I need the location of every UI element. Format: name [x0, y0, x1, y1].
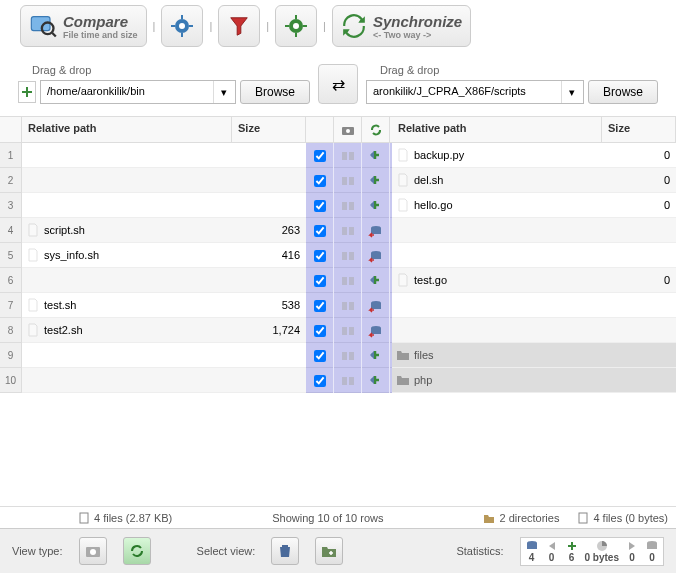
- row-action[interactable]: [362, 343, 390, 368]
- table-row[interactable]: files: [392, 343, 676, 368]
- row-category[interactable]: [334, 293, 362, 318]
- table-row[interactable]: [22, 343, 306, 368]
- view-type-label: View type:: [12, 545, 63, 557]
- right-pane: Relative path Size backup.py0del.sh0hell…: [392, 117, 676, 506]
- select-delete-button[interactable]: [271, 537, 299, 565]
- row-number[interactable]: 4: [0, 218, 22, 243]
- table-row[interactable]: [22, 268, 306, 293]
- row-category[interactable]: [334, 343, 362, 368]
- row-category[interactable]: [334, 368, 362, 393]
- svg-rect-54: [647, 543, 657, 549]
- table-row[interactable]: [392, 318, 676, 343]
- left-browse-button[interactable]: Browse: [240, 80, 310, 104]
- table-row[interactable]: script.sh263: [22, 218, 306, 243]
- row-checkbox[interactable]: [306, 193, 334, 218]
- row-action[interactable]: [362, 218, 390, 243]
- right-path-dropdown[interactable]: ▾: [561, 81, 583, 103]
- row-category[interactable]: [334, 243, 362, 268]
- row-category[interactable]: [334, 168, 362, 193]
- mid-row: [306, 318, 392, 343]
- mid-row: [306, 218, 392, 243]
- mid-row: [306, 243, 392, 268]
- row-number[interactable]: 3: [0, 193, 22, 218]
- svg-rect-11: [295, 15, 297, 19]
- select-create-button[interactable]: [315, 537, 343, 565]
- separator: |: [264, 20, 271, 32]
- view-category-button[interactable]: [79, 537, 107, 565]
- table-row[interactable]: [22, 143, 306, 168]
- header-action[interactable]: [362, 117, 390, 142]
- svg-rect-31: [342, 277, 347, 285]
- row-action[interactable]: [362, 318, 390, 343]
- right-browse-button[interactable]: Browse: [588, 80, 658, 104]
- filter-button[interactable]: [218, 5, 260, 47]
- row-checkbox[interactable]: [306, 268, 334, 293]
- table-row[interactable]: hello.go0: [392, 193, 676, 218]
- left-header-size[interactable]: Size: [232, 117, 306, 142]
- table-row[interactable]: [22, 368, 306, 393]
- row-action[interactable]: [362, 143, 390, 168]
- table-row[interactable]: php: [392, 368, 676, 393]
- row-action[interactable]: [362, 368, 390, 393]
- swap-paths-button[interactable]: ⇄: [318, 64, 358, 104]
- table-row[interactable]: test2.sh1,724: [22, 318, 306, 343]
- row-category[interactable]: [334, 268, 362, 293]
- table-row[interactable]: backup.py0: [392, 143, 676, 168]
- right-header-size[interactable]: Size: [602, 117, 676, 142]
- row-number[interactable]: 10: [0, 368, 22, 393]
- row-category[interactable]: [334, 143, 362, 168]
- row-number[interactable]: 9: [0, 343, 22, 368]
- compare-button[interactable]: Compare File time and size: [20, 5, 147, 47]
- row-checkbox[interactable]: [306, 293, 334, 318]
- right-header-path[interactable]: Relative path: [392, 117, 602, 142]
- row-number[interactable]: 6: [0, 268, 22, 293]
- header-category[interactable]: [334, 117, 362, 142]
- sync-settings-button[interactable]: [275, 5, 317, 47]
- stat-add-icon: [565, 540, 579, 552]
- row-checkbox[interactable]: [306, 343, 334, 368]
- file-icon: [26, 323, 40, 337]
- gear-icon: [170, 14, 194, 38]
- row-number[interactable]: 1: [0, 143, 22, 168]
- table-row[interactable]: del.sh0: [392, 168, 676, 193]
- settings-button[interactable]: [161, 5, 203, 47]
- row-checkbox[interactable]: [306, 318, 334, 343]
- row-action[interactable]: [362, 193, 390, 218]
- row-action[interactable]: [362, 243, 390, 268]
- row-number[interactable]: 2: [0, 168, 22, 193]
- table-row[interactable]: [22, 193, 306, 218]
- row-action[interactable]: [362, 268, 390, 293]
- row-checkbox[interactable]: [306, 218, 334, 243]
- table-row[interactable]: [22, 168, 306, 193]
- row-number[interactable]: 8: [0, 318, 22, 343]
- row-category[interactable]: [334, 218, 362, 243]
- add-left-path-button[interactable]: [18, 81, 36, 103]
- left-pane: Relative path Size script.sh263sys_info.…: [22, 117, 306, 506]
- action-copy-right-icon: [368, 373, 384, 389]
- stat-2: 6: [569, 552, 575, 563]
- table-row[interactable]: [392, 243, 676, 268]
- row-action[interactable]: [362, 293, 390, 318]
- left-header-path[interactable]: Relative path: [22, 117, 232, 142]
- row-checkbox[interactable]: [306, 368, 334, 393]
- right-path-input[interactable]: aronkilik/J_CPRA_X86F/scripts ▾: [366, 80, 584, 104]
- left-path-input[interactable]: /home/aaronkilik/bin ▾: [40, 80, 236, 104]
- row-checkbox[interactable]: [306, 243, 334, 268]
- row-category[interactable]: [334, 318, 362, 343]
- row-number[interactable]: 5: [0, 243, 22, 268]
- table-row[interactable]: [392, 218, 676, 243]
- header-check[interactable]: [306, 117, 334, 142]
- row-action[interactable]: [362, 168, 390, 193]
- row-checkbox[interactable]: [306, 143, 334, 168]
- table-row[interactable]: test.sh538: [22, 293, 306, 318]
- table-row[interactable]: [392, 293, 676, 318]
- synchronize-button[interactable]: Synchronize <- Two way ->: [332, 5, 471, 47]
- row-number[interactable]: 7: [0, 293, 22, 318]
- table-row[interactable]: test.go0: [392, 268, 676, 293]
- row-checkbox[interactable]: [306, 168, 334, 193]
- table-row[interactable]: sys_info.sh416: [22, 243, 306, 268]
- view-action-button[interactable]: [123, 537, 151, 565]
- row-category[interactable]: [334, 193, 362, 218]
- svg-line-2: [52, 33, 56, 37]
- left-path-dropdown[interactable]: ▾: [213, 81, 235, 103]
